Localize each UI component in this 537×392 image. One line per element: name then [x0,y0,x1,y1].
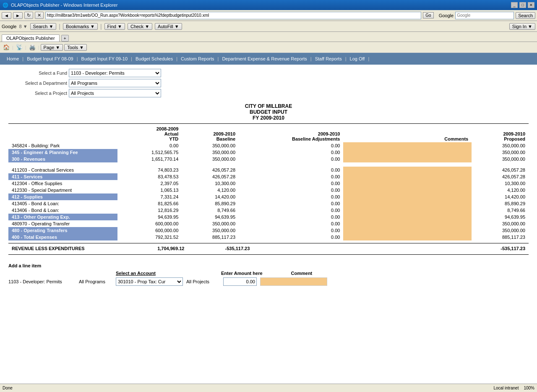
back-button[interactable]: ◄ [2,12,11,19]
nav-custom-reports[interactable]: Custom Reports [177,55,217,62]
add-line-section: Add a line item Select an Account Enter … [8,261,529,286]
revenue-actual: 1,704,969.12 [117,245,188,252]
ie-sep3: | [38,45,39,50]
row-proposed: 350,000.00 [472,227,529,234]
window-controls[interactable]: _ □ ✕ [511,2,534,8]
row-proposed: 8,749.66 [472,207,529,214]
search-toolbar-button[interactable]: Search ▼ [30,23,57,30]
add-line-amount-input[interactable] [223,277,257,286]
add-line-account-header: Select an Account [116,271,156,276]
row-proposed: 85,890.29 [472,200,529,207]
ie-rss-button[interactable]: 📡 [15,44,24,51]
row-actual: 81,825.66 [117,200,182,207]
row-actual: 1,651,770.14 [117,156,182,162]
project-filter-row: Select a Project All Projects [8,89,529,97]
row-adj: 0.00 [239,200,343,207]
row-comment[interactable] [343,187,472,193]
row-adj: 0.00 [239,227,343,234]
row-proposed: 350,000.00 [472,142,529,149]
search-button[interactable]: Search [516,12,535,19]
report-title: CITY OF MILLBRAE BUDGET INPUT FY 2009-20… [8,103,529,121]
tab-bar: OLAPObjects Publisher + [0,32,537,42]
row-proposed: 350,000.00 [472,149,529,156]
nav-budget-schedules[interactable]: Budget Schedules [132,55,176,62]
row-proposed: 885,117.23 [472,234,529,240]
row-baseline: 8,749.66 [182,207,239,214]
row-comment [343,234,472,240]
row-proposed: 426,057.28 [472,173,529,180]
revenue-proposed: -535,117.23 [463,245,529,252]
go-button[interactable]: Go [423,12,433,18]
sign-in-button[interactable]: Sign In ▼ [509,23,535,30]
row-actual: 74,803.23 [117,167,182,173]
row-comment[interactable] [343,220,472,227]
row-baseline: 350,000.00 [182,149,239,156]
nav-dept-reports[interactable]: Department Expense & Revenue Reports [219,55,310,62]
add-line-comment-input[interactable] [260,277,327,286]
page-button[interactable]: Page ▼ [41,44,63,51]
row-baseline: 94,639.95 [182,214,239,220]
col-header-baseline: 2009-2010 Baseline [182,125,239,142]
department-filter-row: Select a Department All Programs [8,79,529,87]
tools-button[interactable]: Tools ▼ [64,44,87,51]
col-header-actual: 2008-2009 Actual YTD [117,125,182,142]
row-label: 411 - Services [8,173,117,180]
nav-staff-reports[interactable]: Staff Reports [312,55,345,62]
row-actual: 1,512,565.75 [117,149,182,156]
row-adj: 0.00 [239,180,343,187]
row-label: 412 - Supplies [8,193,117,200]
add-line-project-value: All Projects [186,279,220,284]
forward-button[interactable]: ► [13,12,23,19]
row-proposed: 350,000.00 [472,156,529,162]
google-search-input[interactable] [455,12,514,19]
row-comment[interactable] [343,207,472,214]
table-row: 413405 - Bond & Loan: 81,825.66 85,890.2… [8,200,529,207]
col-header-proposed: 2009-2010 Proposed [472,125,529,142]
nav-budget-0809[interactable]: Budget Input FY 08-09 [23,55,77,62]
row-actual: 12,816.29 [117,207,182,214]
row-actual: 2,397.05 [117,180,182,187]
nav-budget-0910[interactable]: Budget Input FY 09-10 [78,55,131,62]
autofill-button[interactable]: AutoFill ▼ [155,23,182,30]
row-actual: 7,331.24 [117,193,182,200]
department-select[interactable]: All Programs [69,79,161,87]
row-proposed: 94,639.95 [472,214,529,220]
nav-logoff[interactable]: Log Off [347,55,368,62]
nav-home[interactable]: Home [3,55,22,62]
maximize-button[interactable]: □ [519,2,526,8]
ie-print-button[interactable]: 🖨️ [28,44,37,51]
row-comment[interactable] [343,167,472,173]
row-label: 345 - Engineer & Planning Fee [8,149,117,156]
stop-button[interactable]: ✕ [35,12,44,19]
table-row: 345824 - Building: Park 0.00 350,000.00 … [8,142,529,149]
close-button[interactable]: ✕ [528,2,534,8]
add-line-account-select[interactable]: 301010 - Prop Tax: Cur [116,277,183,286]
row-label: 300 - Revenues [8,156,117,162]
row-comment[interactable] [343,200,472,207]
project-select[interactable]: All Projects [69,89,161,97]
table-row: 411203 - Contractual Services 74,803.23 … [8,167,529,173]
minimize-button[interactable]: _ [511,2,518,8]
find-button[interactable]: Find ▼ [104,23,125,30]
revenue-row: REVENUE LESS EXPENDITURES 1,704,969.12 -… [8,245,529,252]
address-input[interactable] [45,12,422,19]
google-label: Google [439,13,454,18]
bookmarks-button[interactable]: Bookmarks ▼ [63,23,98,30]
row-comment[interactable] [343,180,472,187]
row-label: 412304 - Office Supplies [8,180,117,187]
table-row: 412 - Supplies 7,331.24 14,420.00 0.00 1… [8,193,529,200]
row-comment [343,173,472,180]
fund-select[interactable]: 1103 - Developer: Permits [69,69,161,77]
title-bar: 🌐 OLAPObjects Publisher - Windows Intern… [0,0,537,10]
ie-home-button[interactable]: 🏠 [2,44,11,51]
refresh-button[interactable]: ↻ [24,12,33,19]
new-tab-button[interactable]: + [61,35,69,42]
row-comment[interactable] [343,142,472,149]
check-button[interactable]: Check ▼ [128,23,152,30]
address-bar: ◄ ► ↻ ✕ Go Google Search [0,10,537,21]
table-header-row: 2008-2009 Actual YTD 2009-2010 Baseline … [8,125,529,142]
row-adj: 0.00 [239,173,343,180]
row-actual: 600,000.00 [117,227,182,234]
browser-tab[interactable]: OLAPObjects Publisher [2,34,60,42]
row-actual: 600,000.00 [117,220,182,227]
